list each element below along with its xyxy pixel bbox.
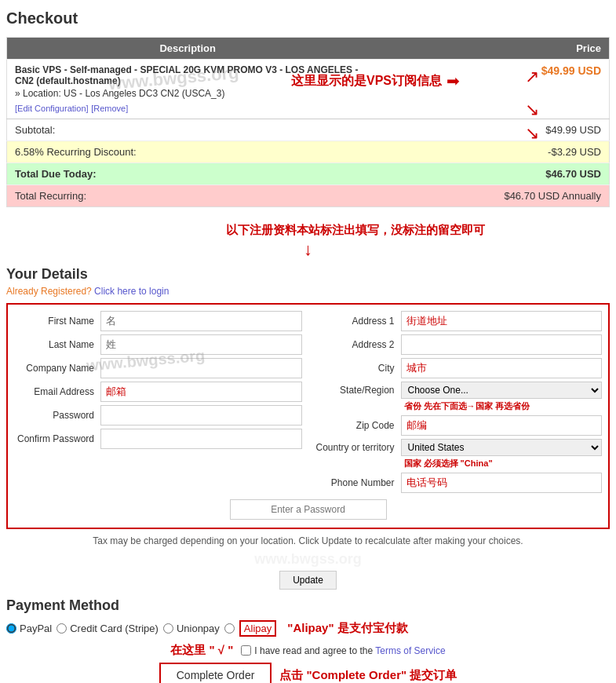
state-label: State/Region [315, 385, 401, 396]
terms-link[interactable]: Terms of Service [375, 645, 445, 656]
fill-annotation: 以下注册资料本站标注出填写，没标注的留空即可 [226, 223, 485, 236]
vps-annotation-text: 这里显示的是VPS订阅信息 [291, 73, 442, 89]
tax-note: Tax may be charged depending on your loc… [6, 535, 610, 546]
fill-arrow: ↓ [304, 239, 312, 259]
alipay-option[interactable]: Alipay [224, 620, 276, 637]
terms-row: 在这里 " √ " I have read and agree to the T… [6, 643, 610, 658]
last-name-input[interactable] [100, 334, 302, 355]
password-input[interactable] [100, 405, 302, 426]
order-table: Description Price Basic VPS - Self-manag… [6, 37, 610, 207]
confirm-password-input[interactable] [100, 429, 302, 449]
complete-annotation: 点击 "Complete Order" 提交订单 [279, 668, 457, 683]
subtotal-price: $49.99 USD [368, 119, 609, 141]
zipcode-input[interactable] [401, 415, 603, 436]
phone-input[interactable] [401, 473, 603, 493]
password-hint-input[interactable] [230, 499, 387, 520]
address1-label: Address 1 [315, 316, 401, 327]
payment-title: Payment Method [6, 597, 610, 614]
paypal-option[interactable]: PayPal [6, 623, 52, 634]
discount-price: -$3.29 USD [368, 141, 609, 163]
terms-checkbox[interactable] [241, 645, 251, 656]
already-registered: Already Registered? Click here to login [6, 286, 610, 297]
registration-form: www.bwgss.org First Name Last Name Compa… [6, 303, 610, 529]
alipay-annotation: "Alipay" 是支付宝付款 [287, 621, 407, 636]
total-today-label: Total Due Today: [7, 163, 369, 185]
col-description-header: Description [7, 38, 369, 60]
unionpay-label: Unionpay [177, 623, 220, 634]
last-name-label: Last Name [14, 339, 100, 350]
company-label: Company Name [14, 363, 100, 374]
complete-order-row: Complete Order 点击 "Complete Order" 提交订单 [6, 663, 610, 683]
watermark-tax: www.bwgss.org [254, 551, 361, 568]
password-label: Password [14, 410, 100, 421]
state-select[interactable]: Choose One... [401, 382, 603, 399]
alipay-box-label: Alipay [239, 620, 276, 637]
creditcard-radio[interactable] [56, 623, 67, 634]
zipcode-label: Zip Code [315, 420, 401, 431]
payment-options: PayPal Credit Card (Stripe) Unionpay Ali… [6, 620, 610, 637]
first-name-label: First Name [14, 316, 100, 327]
city-input[interactable] [401, 358, 603, 378]
country-select[interactable]: United States [401, 439, 603, 456]
total-recurring-price: $46.70 USD Annually [368, 185, 609, 207]
confirm-password-label: Confirm Password [14, 433, 100, 444]
state-annotation: 省份 先在下面选→国家 再选省份 [404, 400, 603, 412]
first-name-input[interactable] [100, 311, 302, 331]
product-price: $49.99 USD [541, 64, 601, 77]
company-input[interactable] [100, 358, 302, 378]
remove-link[interactable]: [Remove] [91, 104, 128, 113]
email-label: Email Address [14, 386, 100, 397]
terms-text: I have read and agree to the Terms of Se… [254, 645, 445, 656]
alipay-radio[interactable] [224, 623, 235, 634]
paypal-radio[interactable] [6, 623, 16, 634]
update-button[interactable]: Update [279, 571, 337, 590]
subtotal-label: Subtotal: [7, 119, 369, 141]
unionpay-radio[interactable] [163, 623, 173, 634]
country-annotation: 国家 必须选择 "China" [404, 458, 603, 469]
country-label: Country or territory [315, 442, 401, 453]
creditcard-option[interactable]: Credit Card (Stripe) [56, 623, 159, 634]
check-annotation: 在这里 " √ " [170, 643, 233, 658]
email-input[interactable] [100, 382, 302, 402]
section-your-details: Your Details [6, 266, 610, 283]
payment-section: Payment Method PayPal Credit Card (Strip… [6, 597, 610, 683]
col-price-header: Price [368, 38, 609, 60]
complete-order-button[interactable]: Complete Order [159, 663, 272, 683]
address1-input[interactable] [401, 311, 603, 331]
discount-label: 6.58% Recurring Discount: [7, 141, 369, 163]
login-link[interactable]: Click here to login [94, 286, 169, 297]
phone-label: Phone Number [315, 477, 401, 488]
unionpay-option[interactable]: Unionpay [163, 623, 220, 634]
checkout-title: Checkout [6, 6, 610, 31]
paypal-label: PayPal [20, 623, 52, 634]
creditcard-label: Credit Card (Stripe) [70, 623, 159, 634]
edit-config-link[interactable]: [Edit Configuration] [15, 104, 89, 113]
total-recurring-label: Total Recurring: [7, 185, 369, 207]
address2-input[interactable] [401, 334, 603, 355]
address2-label: Address 2 [315, 339, 401, 350]
total-today-price: $46.70 USD [368, 163, 609, 185]
city-label: City [315, 363, 401, 374]
